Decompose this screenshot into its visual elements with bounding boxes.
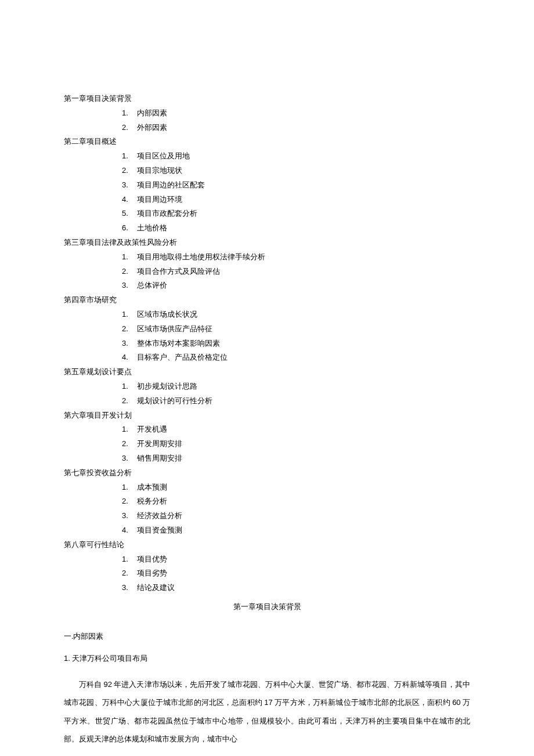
body-paragraph: 万科自 92 年进入天津市场以来，先后开发了城市花园、万科中心大厦、世贸广场、都… (64, 675, 470, 748)
item-number: 5. (122, 208, 132, 220)
toc-chapter-7: 第七章投资收益分析 1. 成本预测 2. 税务分析 3. 经济效益分析 4. 项… (64, 467, 470, 537)
item-text: 总体评价 (137, 280, 167, 292)
item-number: 3. (122, 582, 132, 594)
toc-item: 4. 目标客户、产品及价格定位 (64, 352, 470, 364)
chapter-title: 第八章可行性结论 (64, 539, 470, 551)
item-text: 项目资金预测 (137, 525, 182, 537)
item-text: 结论及建议 (137, 582, 175, 594)
item-text: 开发机遇 (137, 424, 167, 436)
item-number: 1. (122, 309, 132, 321)
chapter-title: 第七章投资收益分析 (64, 467, 470, 479)
item-text: 经济效益分析 (137, 510, 182, 522)
toc-chapter-4: 第四章市场研究 1. 区域市场成长状况 2. 区域市场供应产品特征 3. 整体市… (64, 294, 470, 364)
item-number: 4. (122, 194, 132, 206)
chapter-1-title-centered: 第一章项目决策背景 (64, 601, 470, 613)
toc-chapter-2: 第二章项目概述 1. 项目区位及用地 2. 项目宗地现状 3. 项目周边的社区配… (64, 136, 470, 234)
chapter-title: 第三章项目法律及政策性风险分析 (64, 237, 470, 249)
item-text: 规划设计的可行性分析 (137, 395, 212, 407)
item-text: 税务分析 (137, 495, 167, 508)
item-text: 项目周边环境 (137, 194, 182, 206)
item-text: 销售周期安排 (137, 453, 182, 465)
item-number: 2. (122, 495, 132, 508)
toc-item: 3. 总体评价 (64, 280, 470, 292)
toc-item: 1. 初步规划设计思路 (64, 381, 470, 393)
item-number: 2. (122, 323, 132, 335)
content-section: 一.内部因素 1. 天津万科公司项目布局 万科自 92 年进入天津市场以来，先后… (64, 631, 470, 748)
item-number: 1. (122, 107, 132, 120)
item-number: 4. (122, 525, 132, 537)
toc-item: 3. 项目周边的社区配套 (64, 179, 470, 191)
toc-item: 1. 内部因素 (64, 107, 470, 120)
toc-item: 4. 项目周边环境 (64, 194, 470, 206)
subsection-1-heading: 1. 天津万科公司项目布局 (64, 653, 470, 665)
chapter-title: 第一章项目决策背景 (64, 93, 470, 105)
item-number: 3. (122, 338, 132, 350)
item-text: 区域市场供应产品特征 (137, 323, 212, 335)
toc-chapter-3: 第三章项目法律及政策性风险分析 1. 项目用地取得土地使用权法律手续分析 2. … (64, 237, 470, 292)
item-text: 项目用地取得土地使用权法律手续分析 (137, 251, 265, 263)
table-of-contents: 第一章项目决策背景 1. 内部因素 2. 外部因素 第二章项目概述 1. 项目区… (64, 93, 470, 594)
chapter-title: 第二章项目概述 (64, 136, 470, 148)
item-number: 1. (122, 150, 132, 162)
item-number: 3. (122, 510, 132, 522)
chapter-title: 第六章项目开发计划 (64, 410, 470, 422)
item-number: 1. (122, 554, 132, 566)
item-number: 6. (122, 222, 132, 234)
item-text: 项目优势 (137, 554, 167, 566)
item-number: 2. (122, 395, 132, 407)
item-text: 项目合作方式及风险评估 (137, 266, 220, 278)
subsection-number: 1. (64, 654, 70, 663)
item-number: 2. (122, 165, 132, 177)
item-number: 1. (122, 482, 132, 494)
item-text: 项目劣势 (137, 567, 167, 580)
item-text: 项目周边的社区配套 (137, 179, 205, 191)
item-number: 3. (122, 453, 132, 465)
toc-item: 3. 结论及建议 (64, 582, 470, 594)
item-text: 内部因素 (137, 107, 167, 120)
item-text: 项目市政配套分析 (137, 208, 197, 220)
section-1-heading: 一.内部因素 (64, 631, 470, 643)
item-text: 目标客户、产品及价格定位 (137, 352, 228, 364)
toc-chapter-5: 第五章规划设计要点 1. 初步规划设计思路 2. 规划设计的可行性分析 (64, 366, 470, 407)
toc-item: 2. 规划设计的可行性分析 (64, 395, 470, 407)
toc-item: 2. 区域市场供应产品特征 (64, 323, 470, 335)
toc-item: 3. 经济效益分析 (64, 510, 470, 522)
toc-item: 4. 项目资金预测 (64, 525, 470, 537)
toc-chapter-6: 第六章项目开发计划 1. 开发机遇 2. 开发周期安排 3. 销售周期安排 (64, 410, 470, 465)
toc-item: 2. 项目劣势 (64, 567, 470, 580)
item-number: 3. (122, 179, 132, 191)
toc-item: 5. 项目市政配套分析 (64, 208, 470, 220)
subsection-text: 天津万科公司项目布局 (70, 654, 147, 663)
toc-chapter-1: 第一章项目决策背景 1. 内部因素 2. 外部因素 (64, 93, 470, 133)
item-number: 2. (122, 266, 132, 278)
paragraph-text: 万科自 (79, 680, 104, 689)
item-number: 2. (122, 122, 132, 134)
item-number: 1. (122, 381, 132, 393)
toc-item: 2. 项目宗地现状 (64, 165, 470, 177)
item-number: 1. (122, 424, 132, 436)
item-text: 初步规划设计思路 (137, 381, 197, 393)
item-text: 开发周期安排 (137, 438, 182, 450)
paragraph-number: 60 (452, 698, 460, 707)
toc-chapter-8: 第八章可行性结论 1. 项目优势 2. 项目劣势 3. 结论及建议 (64, 539, 470, 594)
item-text: 外部因素 (137, 122, 167, 134)
item-number: 3. (122, 280, 132, 292)
toc-item: 3. 销售周期安排 (64, 453, 470, 465)
item-text: 项目区位及用地 (137, 150, 190, 162)
toc-item: 2. 开发周期安排 (64, 438, 470, 450)
toc-item: 1. 成本预测 (64, 482, 470, 494)
toc-item: 1. 项目用地取得土地使用权法律手续分析 (64, 251, 470, 263)
item-text: 土地价格 (137, 222, 167, 234)
item-text: 成本预测 (137, 482, 167, 494)
item-number: 4. (122, 352, 132, 364)
toc-item: 6. 土地价格 (64, 222, 470, 234)
toc-item: 1. 项目优势 (64, 554, 470, 566)
paragraph-text: 万平方米，万科新城位于城市北部的北辰区，面积约 (273, 698, 452, 707)
item-number: 2. (122, 567, 132, 580)
chapter-title: 第四章市场研究 (64, 294, 470, 306)
toc-item: 1. 区域市场成长状况 (64, 309, 470, 321)
item-number: 1. (122, 251, 132, 263)
toc-item: 2. 项目合作方式及风险评估 (64, 266, 470, 278)
chapter-title: 第五章规划设计要点 (64, 366, 470, 378)
toc-item: 2. 税务分析 (64, 495, 470, 508)
